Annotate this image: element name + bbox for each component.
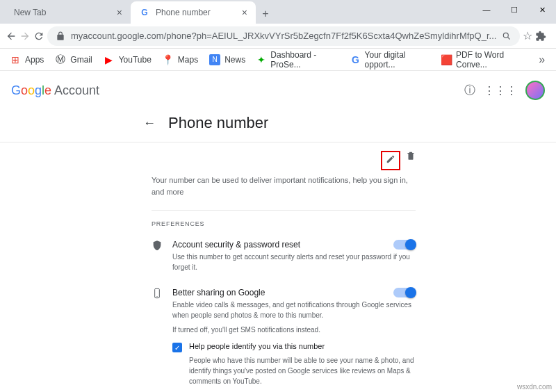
pref-security: Account security & password reset Use th… <box>152 234 416 282</box>
maps-icon: 📍 <box>163 54 174 65</box>
tab-new-tab[interactable]: New Tab × <box>6 1 131 24</box>
page-title: Phone number <box>168 114 268 132</box>
product-name: Account <box>54 83 99 98</box>
bookmark-dashboard[interactable]: ✦Dashboard - ProSe... <box>252 47 343 72</box>
apps-shortcut[interactable]: ⊞ Apps <box>6 51 48 68</box>
window-close[interactable]: ✕ <box>528 0 556 19</box>
window-maximize[interactable]: ☐ <box>500 0 528 19</box>
window-minimize[interactable]: — <box>473 0 500 19</box>
delete-icon[interactable] <box>406 151 416 170</box>
tab-label: New Tab <box>14 8 46 17</box>
reload-button[interactable] <box>33 26 44 46</box>
bookmarks-bar: ⊞ Apps ⓂGmail ▶YouTube 📍Maps NNews ✦Dash… <box>0 49 556 71</box>
close-icon[interactable]: × <box>117 7 122 18</box>
account-avatar[interactable] <box>525 81 545 100</box>
youtube-icon: ▶ <box>104 54 115 65</box>
pdf-icon: 🟥 <box>441 54 452 65</box>
address-bar[interactable]: myaccount.google.com/phone?ph=AEIUL_JRXk… <box>47 26 520 46</box>
forward-button[interactable] <box>19 26 31 46</box>
phone-icon <box>152 288 164 392</box>
bookmark-news[interactable]: NNews <box>205 51 250 68</box>
content-scroll[interactable]: Your number can be used to deliver impor… <box>0 142 556 392</box>
url-text: myaccount.google.com/phone?ph=AEIUL_JRXk… <box>71 31 496 41</box>
star-button[interactable]: ☆ <box>523 26 532 46</box>
close-icon[interactable]: × <box>242 7 247 18</box>
shield-icon <box>152 240 164 272</box>
google-logo[interactable]: Google <box>11 83 51 98</box>
pref-note: If turned off, you'll get SMS notificati… <box>172 326 416 334</box>
menu-button[interactable]: ⋮ <box>552 26 556 46</box>
bookmarks-overflow[interactable]: » <box>533 50 550 70</box>
sub-desc: People who have this number will be able… <box>189 355 416 386</box>
pref-sharing: Better sharing on Google Enable video ca… <box>152 282 416 392</box>
extensions-button[interactable] <box>535 26 546 46</box>
pref-desc: Use this number to get account security … <box>172 252 416 272</box>
tab-phone-number[interactable]: G Phone number × <box>131 1 256 24</box>
browser-toolbar: myaccount.google.com/phone?ph=AEIUL_JRXk… <box>0 24 556 49</box>
sub-title: Help people identify you via this number <box>189 342 325 352</box>
svg-point-0 <box>504 33 509 38</box>
bookmark-digital[interactable]: GYour digital opport... <box>346 47 434 72</box>
toggle-sharing[interactable] <box>393 288 416 297</box>
content: Your number can be used to deliver impor… <box>152 142 416 392</box>
google-favicon: G <box>139 7 150 18</box>
bookmark-gmail[interactable]: ⓂGmail <box>51 51 96 68</box>
bookmark-pdf[interactable]: 🟥PDF to Word Conve... <box>436 47 530 72</box>
dashboard-icon: ✦ <box>256 54 266 65</box>
apps-icon: ⊞ <box>10 54 21 65</box>
preferences-label: PREFERENCES <box>152 211 416 234</box>
gmail-icon: Ⓜ <box>55 54 66 65</box>
intro-text: Your number can be used to deliver impor… <box>152 174 416 197</box>
apps-grid-icon[interactable]: ⋮⋮⋮ <box>484 84 517 97</box>
toggle-security[interactable] <box>393 240 416 250</box>
page-title-row: ← Phone number <box>0 110 556 142</box>
new-tab-button[interactable]: + <box>256 4 275 24</box>
pref-title: Account security & password reset <box>172 240 385 250</box>
edit-highlight <box>381 151 400 170</box>
edit-icon[interactable] <box>386 154 395 166</box>
watermark: wsxdn.com <box>517 383 552 391</box>
sub-identify: ✓ Help people identify you via this numb… <box>172 342 416 392</box>
help-icon[interactable]: ⓘ <box>464 83 475 98</box>
pref-desc: Enable video calls & messages, and get n… <box>172 300 416 320</box>
back-arrow[interactable]: ← <box>143 116 156 131</box>
google-icon: G <box>350 54 360 65</box>
search-url-icon[interactable] <box>502 31 512 41</box>
pref-title: Better sharing on Google <box>172 288 385 297</box>
bookmark-youtube[interactable]: ▶YouTube <box>99 51 156 68</box>
news-icon: N <box>209 54 220 65</box>
checkbox-identify[interactable]: ✓ <box>172 343 182 352</box>
tab-label: Phone number <box>156 8 211 17</box>
bookmark-maps[interactable]: 📍Maps <box>158 51 202 68</box>
back-button[interactable] <box>6 26 17 46</box>
app-header: Google Account ⓘ ⋮⋮⋮ <box>0 71 556 110</box>
lock-icon <box>56 31 65 41</box>
svg-point-2 <box>156 296 157 297</box>
